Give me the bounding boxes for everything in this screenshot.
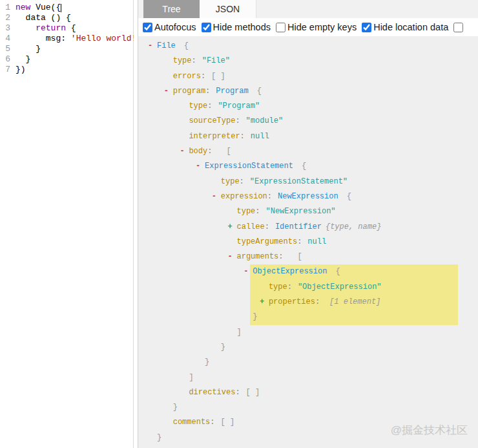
ast-tree: -File{type:"File"errors:[ ]-program:Prog… — [138, 36, 478, 448]
node-name[interactable]: File — [157, 41, 176, 50]
tree-row-content: directives:[ ] — [180, 388, 260, 397]
tree-row[interactable]: -arguments:[ — [138, 250, 478, 264]
checkbox-partial[interactable] — [453, 23, 463, 32]
code-text: data () { — [16, 13, 71, 23]
checkbox-option-3[interactable]: Hide location data — [362, 22, 448, 32]
checkbox-hide-empty-keys[interactable] — [276, 23, 286, 32]
collapse-toggle-icon[interactable]: - — [164, 84, 173, 99]
code-segment: 'Hello world!' — [71, 34, 141, 43]
collapse-toggle-icon[interactable]: - — [228, 250, 237, 264]
tree-row-content: -arguments:[ — [228, 252, 302, 261]
tree-row: interpreter:null — [138, 129, 478, 144]
code-segment: { — [66, 23, 76, 33]
key-colon: : — [201, 72, 205, 81]
node-value: "Program" — [218, 101, 260, 111]
code-line: 3 return { — [3, 23, 133, 34]
tree-row[interactable]: -program:Program{ — [138, 84, 478, 99]
tree-row-content: +callee:Identifier{type, name} — [228, 222, 382, 231]
node-value: null — [251, 132, 269, 141]
checkbox-option-2[interactable]: Hide empty keys — [276, 22, 357, 32]
code-text: msg: 'Hello world!' — [16, 34, 141, 44]
bracket: { — [347, 192, 351, 201]
code-line: 4 msg: 'Hello world!' — [3, 34, 133, 44]
line-number: 6 — [3, 54, 10, 65]
collapse-toggle-icon[interactable]: - — [196, 159, 205, 174]
node-key: expression — [221, 192, 267, 201]
tree-row: type:"File" — [138, 54, 478, 69]
ast-pane: TreeJSON AutofocusHide methodsHide empty… — [138, 0, 478, 448]
collapse-toggle-icon[interactable]: - — [212, 189, 221, 204]
bracket: { — [335, 267, 340, 276]
tab-bar: TreeJSON — [138, 0, 478, 18]
node-name[interactable]: Program — [216, 87, 248, 96]
tree-row[interactable]: -ObjectExpression{ — [138, 264, 478, 279]
tab-tree[interactable]: Tree — [143, 0, 200, 18]
tree-row[interactable]: -File{ — [138, 39, 478, 54]
node-key: program — [173, 87, 205, 96]
checkbox-option-1[interactable]: Hide methods — [202, 22, 271, 32]
tree-row-content: } — [212, 343, 225, 352]
collapse-toggle-icon[interactable]: - — [148, 39, 157, 54]
node-key: type — [189, 101, 207, 111]
bracket: } — [205, 357, 209, 367]
tree-row: type:"Program" — [138, 99, 478, 114]
tree-row[interactable]: +properties:[1 element] — [138, 295, 478, 310]
key-colon: : — [315, 297, 320, 306]
tree-row[interactable]: -expression:NewExpression{ — [138, 189, 478, 204]
tree-row: type:"ExpressionStatement" — [138, 175, 478, 189]
key-colon: : — [205, 87, 210, 96]
tree-row[interactable]: +callee:Identifier{type, name} — [138, 220, 478, 235]
checkbox-autofocus[interactable] — [143, 23, 152, 32]
expand-toggle-icon[interactable]: + — [228, 220, 237, 235]
tree-rows: -File{type:"File"errors:[ ]-program:Prog… — [138, 39, 478, 445]
node-key: errors — [173, 72, 201, 81]
collapse-toggle-icon[interactable]: - — [244, 264, 253, 279]
node-value: "module" — [246, 116, 284, 125]
collapse-toggle-icon[interactable]: - — [180, 144, 189, 159]
node-key: callee — [237, 222, 265, 231]
node-name[interactable]: Identifier — [275, 222, 322, 231]
node-key: properties — [269, 297, 315, 306]
tree-row-content: } — [196, 357, 209, 367]
key-colon: : — [235, 116, 240, 125]
tree-row: sourceType:"module" — [138, 114, 478, 129]
code-segment — [16, 23, 36, 33]
tree-row-content: } — [164, 403, 178, 412]
code-segment: return — [36, 23, 66, 33]
key-colon: : — [287, 283, 292, 292]
key-colon: : — [207, 101, 212, 111]
tree-row-content: comments:[ ] — [164, 418, 234, 427]
code-editor[interactable]: 1new Vue({2 data () {3 return {4 msg: 'H… — [0, 0, 134, 448]
code-segment: } — [16, 44, 41, 54]
expand-toggle-icon[interactable]: + — [260, 295, 269, 310]
tree-row-content: -ExpressionStatement{ — [196, 162, 306, 171]
node-name[interactable]: ObjectExpression — [253, 267, 327, 276]
tree-row-content: errors:[ ] — [164, 72, 225, 81]
tree-row: } — [138, 400, 478, 415]
node-value: "File" — [202, 56, 230, 65]
code-text: }) — [16, 65, 26, 75]
line-number: 2 — [3, 13, 10, 23]
tree-row-content: ] — [180, 373, 193, 382]
code-line: 1new Vue({ — [3, 3, 133, 13]
bracket: ] — [237, 328, 242, 337]
tree-row: ] — [138, 370, 478, 385]
code-line: 7}) — [3, 65, 133, 75]
tree-row[interactable]: -body:[ — [138, 144, 478, 159]
key-colon: : — [265, 222, 269, 231]
tree-row[interactable]: -ExpressionStatement{ — [138, 159, 478, 174]
checkbox-label: Hide empty keys — [287, 22, 357, 32]
node-name[interactable]: ExpressionStatement — [205, 162, 293, 171]
node-name[interactable]: NewExpression — [278, 192, 338, 201]
tab-json[interactable]: JSON — [200, 0, 256, 18]
checkbox-option-4[interactable] — [453, 23, 465, 32]
checkbox-hide-methods[interactable] — [202, 23, 211, 32]
code-text: } — [16, 44, 41, 54]
tree-row-content: interpreter:null — [180, 132, 269, 141]
code-text: return { — [16, 23, 76, 34]
bracket: { — [184, 41, 189, 50]
tree-row-content: +properties:[1 element] — [260, 297, 380, 306]
checkbox-hide-location-data[interactable] — [362, 23, 371, 32]
tree-row-content: -ObjectExpression{ — [244, 267, 340, 276]
checkbox-option-0[interactable]: Autofocus — [143, 22, 196, 32]
